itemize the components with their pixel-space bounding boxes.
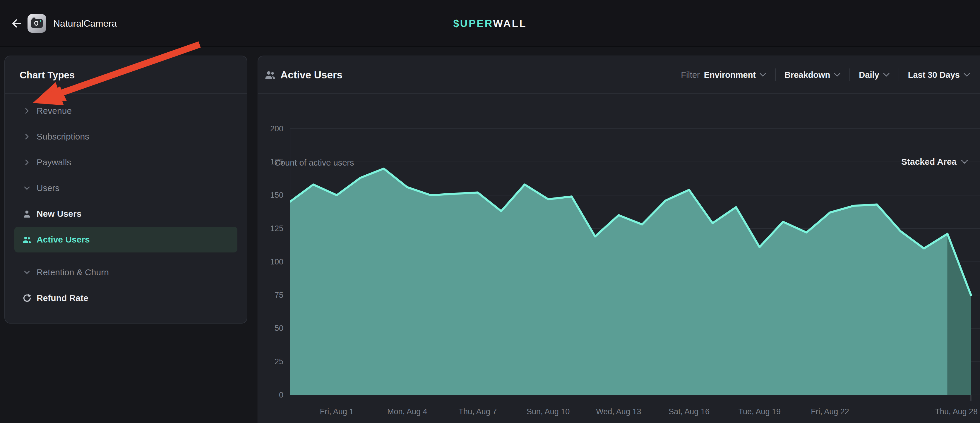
y-axis-label: 100 [258, 257, 283, 267]
sidebar-item-label: Refund Rate [37, 293, 88, 303]
x-axis-label: Tue, Aug 19 [738, 407, 781, 417]
y-axis-label: 175 [258, 157, 283, 167]
chevron-down-icon [22, 269, 32, 276]
x-axis-label: Mon, Aug 4 [387, 407, 427, 417]
area-fill [290, 168, 948, 395]
sidebar-header: Chart Types [5, 56, 247, 93]
chevron-down-icon [22, 184, 32, 192]
y-axis-label: 0 [258, 390, 283, 400]
sidebar-item-retention-churn[interactable]: Retention & Churn [14, 260, 237, 285]
sidebar-item-label: Revenue [37, 106, 72, 116]
x-axis-label: Sun, Aug 10 [527, 407, 570, 417]
sidebar-item-label: Retention & Churn [37, 268, 109, 277]
x-axis-label: Fri, Aug 1 [320, 407, 354, 417]
sidebar-item-refund-rate[interactable]: Refund Rate [14, 285, 237, 311]
sidebar-item-label: New Users [37, 209, 81, 219]
sidebar-item-label: Subscriptions [37, 131, 89, 142]
sidebar-title: Chart Types [20, 70, 75, 81]
area-fill-partial [948, 234, 971, 395]
x-axis-label: Fri, Aug 22 [811, 407, 849, 417]
sidebar-nav-list: RevenueSubscriptionsPaywallsUsersNew Use… [5, 98, 247, 311]
sidebar-item-paywalls[interactable]: Paywalls [14, 149, 237, 175]
sidebar-item-label: Active Users [37, 234, 90, 244]
logo-teal-part: $UPER [453, 17, 493, 29]
chevron-right-icon [23, 133, 31, 140]
x-axis-label: Wed, Aug 13 [596, 407, 641, 417]
chart-plot [290, 120, 980, 401]
chevron-right-icon [22, 107, 32, 115]
chevron-right-icon [23, 107, 31, 115]
y-axis-label: 25 [258, 356, 283, 366]
sidebar-item-users[interactable]: Users [14, 175, 237, 201]
sidebar-item-revenue[interactable]: Revenue [14, 98, 237, 124]
refresh-icon [22, 293, 32, 303]
logo-white-part: WALL [493, 17, 527, 29]
person-icon [22, 209, 32, 219]
chevron-down-icon [23, 269, 31, 276]
y-axis-label: 125 [258, 223, 283, 233]
x-axis-label: Thu, Aug 28 [935, 407, 978, 417]
area-chart: 0255075100125150175200Fri, Aug 1Mon, Aug… [258, 56, 980, 423]
top-bar: NaturalCamera $UPERWALL [0, 0, 980, 47]
people-icon [22, 234, 32, 244]
y-axis-label: 50 [258, 323, 283, 333]
active-users-panel: Active Users Filter Environment Breakdow… [258, 55, 980, 423]
chevron-right-icon [22, 158, 32, 166]
x-axis-label: Thu, Aug 7 [459, 407, 497, 417]
sidebar-item-label: Paywalls [37, 157, 71, 167]
sidebar-item-subscriptions[interactable]: Subscriptions [14, 124, 237, 149]
chart-types-sidebar: Chart Types RevenueSubscriptionsPaywalls… [5, 55, 247, 323]
people-icon [22, 234, 32, 244]
person-icon [22, 209, 32, 219]
superwall-logo: $UPERWALL [0, 17, 980, 29]
x-axis-label: Sat, Aug 16 [668, 407, 710, 417]
y-axis-label: 150 [258, 190, 283, 200]
chevron-down-icon [23, 184, 31, 192]
sidebar-item-new-users[interactable]: New Users [14, 201, 237, 227]
refresh-icon [22, 293, 32, 303]
y-axis-label: 200 [258, 124, 283, 134]
chevron-right-icon [23, 158, 31, 166]
y-axis-label: 75 [258, 290, 283, 300]
sidebar-item-label: Users [37, 183, 59, 193]
sidebar-item-active-users[interactable]: Active Users [14, 227, 237, 252]
chevron-right-icon [22, 133, 32, 140]
